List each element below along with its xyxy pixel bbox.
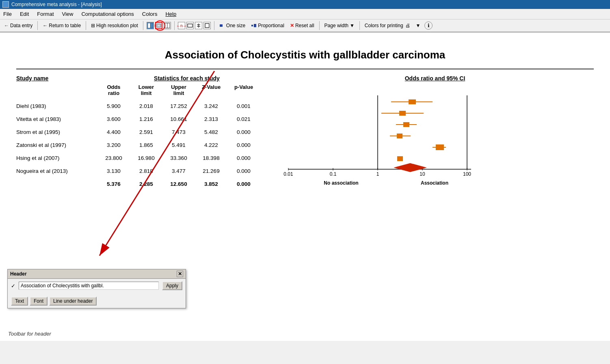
x-icon: ✕ [290, 23, 294, 28]
dialog-body: ✓ Apply [8, 279, 186, 295]
return-table-button[interactable]: ← Return to table [41, 22, 82, 29]
dialog-titlebar: Header ✕ [8, 269, 186, 279]
menu-colors[interactable]: Colors [141, 10, 159, 18]
separator-7 [359, 21, 360, 30]
dialog-checkbox[interactable]: ✓ [11, 283, 15, 289]
lower-cell: 2.018 [130, 103, 162, 109]
layout-icon-3[interactable] [164, 22, 171, 29]
svg-rect-30 [409, 99, 416, 104]
info-button[interactable]: ℹ [424, 22, 433, 30]
dialog-close-button[interactable]: ✕ [177, 271, 183, 277]
svg-rect-38 [436, 144, 444, 150]
study-name-header: Study name [16, 75, 97, 82]
upper-limit-subheader: Upperlimit [162, 84, 195, 96]
svg-marker-41 [394, 163, 427, 172]
box-icon[interactable] [203, 22, 211, 29]
menu-file[interactable]: File [2, 10, 13, 18]
arrow-left-icon: ← [4, 23, 9, 28]
high-res-button[interactable]: ⊞ High resolution plot [89, 22, 140, 29]
app-icon [2, 1, 9, 8]
arrow-icon[interactable]: ←n→ [178, 22, 185, 29]
dialog-line-tab[interactable]: Line under header [49, 297, 97, 306]
plot-title: Association of Cholecystitis with gallbl… [16, 49, 594, 61]
window-title: Comprehensive meta analysis - [Analysis] [11, 2, 102, 7]
header-dialog: Header ✕ ✓ Apply Text Font Line under he… [7, 269, 186, 308]
layout-icon-1[interactable] [147, 22, 154, 29]
page-width-button[interactable]: Page width ▼ [323, 22, 356, 29]
stats-header: Statistics for each study [97, 75, 276, 82]
table-row: Nogueira et al (2013) 3.130 2.818 3.477 … [16, 165, 276, 177]
svg-rect-32 [399, 111, 406, 116]
table-row: Hsing et al (2007) 23.800 16.980 33.360 … [16, 152, 276, 164]
svg-rect-36 [397, 134, 402, 138]
dialog-footer: Text Font Line under header [8, 295, 186, 308]
proportional-button[interactable]: Proportional [249, 22, 286, 29]
menu-edit[interactable]: Edit [18, 10, 30, 18]
one-size-button[interactable]: One size [218, 22, 247, 29]
title-underline [16, 69, 594, 69]
dialog-apply-button[interactable]: Apply [162, 281, 182, 290]
menu-computational[interactable]: Computational options [80, 10, 135, 18]
dialog-text-input[interactable] [19, 282, 159, 290]
svg-text:No association: No association [324, 180, 358, 186]
svg-rect-0 [148, 23, 150, 28]
dropdown-arrow-button[interactable]: ▼ [414, 22, 422, 29]
svg-text:100: 100 [463, 171, 471, 177]
svg-text:0.01: 0.01 [283, 171, 293, 177]
menu-format[interactable]: Format [35, 10, 55, 18]
arrow-left-icon-2: ← [43, 23, 48, 28]
table-row: Strom et al (1995) 4.400 2.591 7.473 5.4… [16, 126, 276, 138]
lower-limit-subheader: Lowerlimit [130, 84, 162, 96]
svg-rect-13 [254, 24, 256, 27]
menu-view[interactable]: View [61, 10, 75, 18]
svg-rect-10 [205, 24, 209, 28]
odds-ratio-subheader: Oddsratio [97, 84, 130, 96]
svg-text:0.1: 0.1 [330, 171, 337, 177]
colors-printing-button[interactable]: Colors for printing 🖨 [363, 22, 412, 29]
dialog-row: ✓ Apply [11, 281, 182, 290]
svg-rect-34 [403, 122, 409, 127]
upper-cell: 17.252 [162, 103, 195, 109]
data-entry-button[interactable]: ← Data entry [2, 22, 34, 29]
chart-header: Odds ratio and 95% CI [276, 75, 594, 82]
separator-1 [37, 21, 38, 30]
svg-rect-1 [151, 23, 153, 28]
dialog-title: Header [10, 271, 27, 277]
table-row: Zatonski et al (1997) 3.200 1.865 5.491 … [16, 139, 276, 151]
summary-row: 5.376 2.285 12.650 3.852 0.000 [16, 178, 276, 190]
p-value-subheader: p-Value [227, 84, 260, 96]
svg-rect-6 [188, 24, 193, 27]
frame-icon[interactable] [186, 22, 194, 29]
svg-text:1: 1 [376, 171, 379, 177]
svg-rect-40 [397, 156, 403, 161]
separator-2 [86, 21, 86, 30]
layout-icon-2[interactable] [155, 22, 162, 29]
hires-icon: ⊞ [91, 23, 95, 28]
menu-bar: File Edit Format View Computational opti… [0, 9, 610, 19]
reset-all-button[interactable]: ✕ Reset all [288, 22, 316, 29]
menu-help[interactable]: Help [164, 10, 178, 18]
forest-plot-svg: 0.01 0.1 1 10 100 No association Associa… [276, 84, 479, 198]
icon-group-2: ←n→ [178, 22, 211, 29]
separator-5 [214, 21, 214, 30]
col-subheaders: Oddsratio Lowerlimit Upperlimit Z-Value … [16, 84, 276, 96]
z-value-subheader: Z-Value [195, 84, 227, 96]
dialog-font-tab[interactable]: Font [30, 297, 48, 306]
dialog-text-tab[interactable]: Text [11, 297, 28, 306]
separator-4 [174, 21, 175, 30]
adjust-icon[interactable] [195, 22, 202, 29]
separator-6 [319, 21, 320, 30]
icon-group [147, 22, 171, 29]
svg-rect-12 [251, 25, 253, 26]
toolbar: ← Data entry ← Return to table ⊞ High re… [0, 19, 610, 32]
study-name-cell: Diehl (1983) [16, 103, 97, 109]
separator-3 [143, 21, 143, 30]
main-content: Association of Cholecystitis with gallbl… [0, 32, 610, 341]
print-icon: 🖨 [405, 23, 410, 28]
left-panel: Study name Statistics for each study Odd… [16, 75, 276, 199]
svg-rect-11 [220, 24, 223, 27]
col-headers: Study name Statistics for each study [16, 75, 276, 82]
dropdown-arrow-icon: ▼ [350, 23, 355, 28]
table-row: Diehl (1983) 5.900 2.018 17.252 3.242 0.… [16, 100, 276, 112]
title-bar: Comprehensive meta analysis - [Analysis] [0, 0, 610, 9]
